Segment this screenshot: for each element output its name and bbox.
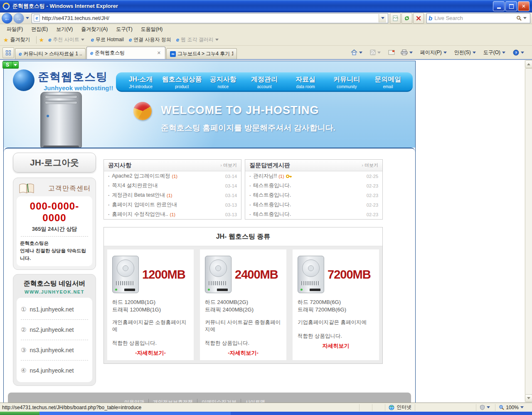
quick-tabs-button[interactable] xyxy=(2,47,14,58)
favorite-free-hotmail[interactable]: e 무료 Hotmail xyxy=(89,36,126,43)
qna-title: 질문답변게시판 xyxy=(249,162,362,169)
read-mail-button[interactable] xyxy=(385,47,398,57)
refresh-button[interactable] xyxy=(401,13,412,24)
search-options-dropdown-icon[interactable] xyxy=(523,17,527,19)
stop-button[interactable] xyxy=(413,13,424,24)
notice-item[interactable]: 홈페이지 수정작업안내.. (1) 03-13 xyxy=(104,210,241,219)
footer-link-privacy[interactable]: 개인정보보호정책 xyxy=(148,399,197,403)
forward-button[interactable]: → xyxy=(13,13,24,24)
chevron-down-icon xyxy=(409,52,413,54)
qna-item[interactable]: 테스트중입니다. 02-23 xyxy=(245,190,382,200)
notice-title: 공지사항 xyxy=(108,162,220,169)
recent-pages-dropdown-icon[interactable] xyxy=(26,17,29,19)
feeds-button[interactable] xyxy=(367,47,385,57)
tab-close-icon[interactable]: ✕ xyxy=(156,50,162,56)
compatibility-view-button[interactable] xyxy=(390,13,401,24)
favorite-web-slice-gallery[interactable]: e 웹 조각 갤러리 xyxy=(174,36,223,43)
notice-item[interactable]: 홈페이지 업데이트 완료안내 03-13 xyxy=(104,200,241,210)
site-footer: 준혁웹호스팅 Junhyeok webhosting!! 이용약관 개인정보보호… xyxy=(8,393,411,403)
scrollbar-thumb[interactable] xyxy=(525,68,532,395)
printer-icon xyxy=(401,49,408,55)
notice-more-link[interactable]: 더보기 xyxy=(220,162,237,168)
qna-item[interactable]: 관리자님!! (1) 02-25 xyxy=(245,171,382,181)
nav-dataroom[interactable]: 자료실 data room xyxy=(285,74,326,91)
help-button[interactable]: ? xyxy=(510,47,529,57)
plan-detail-link[interactable]: -자세히보기- xyxy=(205,349,281,357)
plan-detail-link[interactable]: -자세히보기- xyxy=(112,349,189,357)
back-button[interactable]: ← xyxy=(2,13,12,24)
favorites-button[interactable]: 즐겨찾기 xyxy=(10,36,30,43)
menu-view[interactable]: 보기(V) xyxy=(52,25,77,34)
scroll-up-button[interactable] xyxy=(525,60,532,68)
favorite-suggested-sites[interactable]: e 추천 사이트 xyxy=(46,36,89,43)
print-button[interactable] xyxy=(398,47,417,57)
tab-gnuboard[interactable]: ∞ 그누보드4 > 그누4 후기 1... xyxy=(166,48,237,59)
favorite-customize-links[interactable]: e 연결 사용자 정의 xyxy=(126,36,174,43)
nav-account[interactable]: 계정관리 account xyxy=(244,74,285,91)
tools-menu-button[interactable]: 도구(O) xyxy=(480,47,510,57)
notice-board: 공지사항 더보기 Apache2 업그레이드예정 (1) 03-14 쪽지4 설… xyxy=(103,159,241,220)
ie-icon: e xyxy=(129,37,132,43)
menu-file[interactable]: 파일(F) xyxy=(2,25,27,34)
tab-bar: e 커뮤니티 > 스타자료실 1 ... e 준혁웹호스팅 ✕ ∞ 그누보드4 … xyxy=(0,46,532,60)
menu-tools[interactable]: 도구(T) xyxy=(112,25,136,34)
restore-button[interactable] xyxy=(505,1,517,11)
menu-bar: 파일(F) 편집(E) 보기(V) 즐겨찾기(A) 도구(T) 도움말(H) xyxy=(0,24,532,34)
nav-jh-introduce[interactable]: JH-소개 JH-introduce xyxy=(120,74,161,91)
toolbar-badge[interactable]: S xyxy=(2,61,19,69)
support-hours: 365일 24시간 상담 xyxy=(20,225,89,233)
globe-icon xyxy=(389,405,394,410)
qna-more-link[interactable]: 더보기 xyxy=(362,162,378,168)
chevron-down-icon xyxy=(502,52,505,54)
qna-item[interactable]: 테스트중입니다. 02-23 xyxy=(245,181,382,190)
menu-edit[interactable]: 편집(E) xyxy=(27,25,52,34)
search-input[interactable]: Live Search xyxy=(434,15,516,21)
menu-help[interactable]: 도움말(H) xyxy=(137,25,167,34)
home-button[interactable] xyxy=(348,47,367,57)
help-icon: ? xyxy=(513,49,519,56)
plan-desc: 커뮤니티 사이트같은 중형홈페이지에 xyxy=(205,319,281,333)
notice-item[interactable]: 쪽지4 설치완료안내 03-14 xyxy=(104,181,241,190)
page-menu-button[interactable]: 페이지(P) xyxy=(417,47,451,57)
notice-item[interactable]: Apache2 업그레이드예정 (1) 03-14 xyxy=(104,171,241,181)
logout-button[interactable]: JH-로그아웃 xyxy=(13,153,96,173)
address-dropdown-button[interactable] xyxy=(379,14,386,22)
chevron-down-icon xyxy=(359,52,362,54)
address-field[interactable]: e http://se4731.techus.net/JH/ xyxy=(32,13,388,23)
add-favorite-icon[interactable]: ★ xyxy=(39,37,44,43)
minimize-button[interactable] xyxy=(493,1,505,11)
nav-email[interactable]: 문의메일 email xyxy=(367,74,409,91)
nameserver-title: 준혁호스팅 네임서버 xyxy=(17,279,92,288)
nameserver-row: ④ ns4.junhyeok.net xyxy=(21,360,88,380)
footer-link-terms[interactable]: 이용약관 xyxy=(120,399,148,403)
close-button[interactable]: ✕ xyxy=(518,1,530,11)
menu-favorites[interactable]: 즐겨찾기(A) xyxy=(77,25,112,34)
vertical-scrollbar[interactable] xyxy=(525,60,532,403)
zoom-control[interactable]: 100% xyxy=(495,404,525,411)
safety-menu-button[interactable]: 안전(S) xyxy=(451,47,480,57)
chevron-down-icon[interactable] xyxy=(12,62,18,68)
protected-mode-button[interactable] xyxy=(476,404,492,411)
nav-community[interactable]: 커뮤니티 community xyxy=(326,74,367,91)
qna-item[interactable]: 테스트중입니다. 02-23 xyxy=(245,200,382,210)
qna-item[interactable]: 테스트중입니다. 02-23 xyxy=(245,210,382,219)
nameserver-domain: WWW.JUNHYEOK.NET xyxy=(17,289,92,294)
tab-community[interactable]: e 커뮤니티 > 스타자료실 1 ... xyxy=(15,48,86,59)
nav-product[interactable]: 웹호스팅상품 product xyxy=(161,74,202,91)
notice-item[interactable]: 계정관리 Beta test안내 (1) 03-14 xyxy=(104,190,241,200)
live-search-box[interactable]: b Live Search xyxy=(426,13,530,23)
address-input[interactable]: http://se4731.techus.net/JH/ xyxy=(42,15,379,21)
footer-link-sitemap[interactable]: 사이트맵 xyxy=(241,399,269,403)
windows-taskbar[interactable] xyxy=(0,412,532,415)
plan-detail-link[interactable]: 자세히보기 xyxy=(298,342,374,350)
start-button[interactable] xyxy=(0,412,39,415)
site-logo[interactable]: 준혁웹호스팅 Junhyeok webhosting!! xyxy=(13,69,113,91)
nav-notice[interactable]: 공지사항 notice xyxy=(202,74,244,91)
scroll-down-button[interactable] xyxy=(525,394,532,402)
tab-junhyeok-hosting[interactable]: e 준혁웹호스팅 ✕ xyxy=(86,47,165,59)
taskbar-window-button[interactable] xyxy=(39,412,231,415)
search-icon[interactable] xyxy=(516,15,522,21)
footer-link-no-email[interactable]: 이메일수집거부 xyxy=(197,399,241,403)
promise-line2: 언제나 친절한 상담을 약속드립니다. xyxy=(20,247,89,262)
status-bar: http://se4731.techus.net/JH/bbs/board.ph… xyxy=(0,403,532,412)
